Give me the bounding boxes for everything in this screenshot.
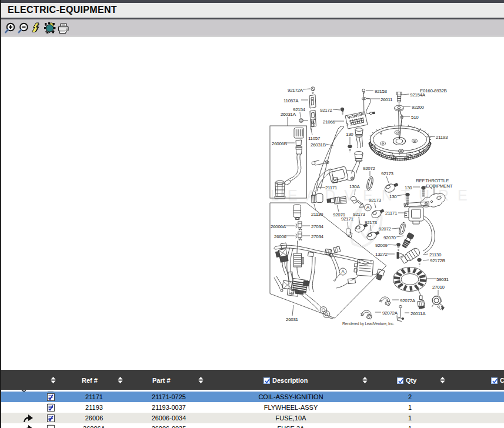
svg-text:-EQUIPMENT: -EQUIPMENT [425, 183, 453, 189]
svg-text:92009: 92009 [375, 243, 388, 248]
svg-text:92072: 92072 [363, 166, 376, 171]
svg-text:26031B: 26031B [311, 142, 326, 148]
svg-text:92172B: 92172B [430, 258, 445, 263]
svg-text:26011A: 26011A [410, 311, 426, 316]
svg-text:130: 130 [346, 132, 353, 137]
svg-text:130: 130 [405, 185, 412, 190]
svg-text:92171: 92171 [341, 216, 354, 222]
svg-text:92173: 92173 [369, 198, 382, 203]
svg-text:21171: 21171 [385, 210, 398, 216]
svg-text:26006A: 26006A [271, 224, 286, 229]
svg-text:92072A: 92072A [400, 298, 416, 303]
svg-text:92172A: 92172A [288, 88, 303, 93]
svg-text:21130: 21130 [429, 252, 442, 258]
svg-text:130A: 130A [349, 184, 360, 189]
svg-text:26011: 26011 [380, 97, 393, 102]
svg-text:21066: 21066 [323, 119, 336, 125]
svg-text:REF.THROTTLE: REF.THROTTLE [416, 178, 449, 183]
svg-text:130: 130 [389, 194, 397, 199]
svg-text:Rendered by LeadVenture, Inc.: Rendered by LeadVenture, Inc. [342, 322, 395, 326]
svg-text:26006B: 26006B [272, 141, 287, 146]
svg-text:92153: 92153 [375, 89, 388, 94]
svg-text:26006: 26006 [274, 234, 287, 239]
svg-text:92070: 92070 [383, 235, 396, 240]
svg-text:92173: 92173 [381, 171, 394, 176]
svg-text:27034: 27034 [311, 224, 324, 229]
svg-text:92072: 92072 [379, 226, 392, 232]
svg-text:26031A: 26031A [281, 112, 296, 117]
svg-text:26031: 26031 [286, 317, 299, 322]
svg-text:92200: 92200 [412, 105, 425, 110]
svg-text:21130: 21130 [311, 212, 323, 217]
svg-text:A: A [366, 205, 370, 210]
svg-text:11057A: 11057A [283, 98, 299, 103]
svg-text:21193: 21193 [436, 135, 448, 140]
svg-text:92154A: 92154A [410, 92, 426, 98]
svg-text:13272: 13272 [375, 252, 388, 257]
svg-text:510: 510 [411, 115, 419, 120]
svg-text:21171: 21171 [325, 185, 338, 190]
svg-text:A: A [341, 269, 345, 275]
svg-text:92172: 92172 [320, 108, 333, 113]
svg-text:11057: 11057 [308, 136, 321, 141]
svg-text:27034: 27034 [311, 234, 324, 239]
svg-text:92173: 92173 [353, 212, 366, 217]
svg-text:59031: 59031 [436, 277, 449, 282]
svg-text:27010: 27010 [432, 285, 445, 290]
svg-text:92072A: 92072A [382, 310, 398, 316]
